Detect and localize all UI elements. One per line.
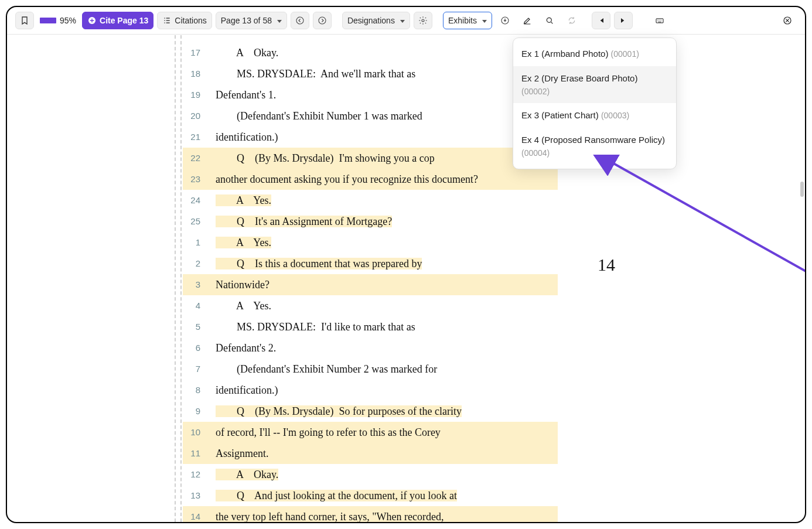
transcript-line[interactable]: 1 A Yes. [183, 232, 558, 253]
exhibit-option[interactable]: Ex 1 (Armband Photo) (00001) [513, 42, 676, 66]
line-text: (Defendant's Exhibit Number 2 was marked… [210, 359, 558, 380]
transcript-line[interactable]: 6Defendant's 2. [183, 337, 558, 359]
transcript-line[interactable]: 22 Q (By Ms. Drysdale) I'm showing you a… [183, 148, 558, 169]
search-button[interactable] [540, 12, 559, 29]
transcript-line[interactable]: 4 A Yes. [183, 295, 558, 316]
line-text: the very top left hand corner, it says, … [210, 506, 558, 522]
transcript-line[interactable]: 25 Q It's an Assignment of Mortgage? [183, 211, 558, 232]
search-icon [545, 16, 554, 25]
exhibit-option[interactable]: Ex 4 (Proposed Ransomware Policy) (00004… [513, 128, 676, 165]
designations-label: Designations [347, 16, 395, 25]
line-number: 24 [183, 190, 210, 211]
toolbar: 95% Cite Page 13 Citations Page 13 of 58… [7, 7, 805, 35]
edit-button[interactable] [518, 12, 537, 29]
line-number: 22 [183, 148, 210, 169]
list-icon [162, 16, 172, 25]
svg-point-2 [319, 17, 326, 24]
refresh-icon [567, 16, 576, 25]
refresh-button[interactable] [562, 12, 581, 29]
line-number: 14 [183, 506, 210, 522]
transcript-line[interactable]: 12 A Okay. [183, 464, 558, 485]
exhibits-dropdown: Ex 1 (Armband Photo) (00001)Ex 2 (Dry Er… [513, 37, 677, 169]
line-text: A Yes. [210, 232, 558, 253]
line-text: Q (By Ms. Drysdale) I'm showing you a co… [210, 148, 558, 169]
transcript-line[interactable]: 24 A Yes. [183, 190, 558, 211]
transcript-line[interactable]: 18 MS. DRYSDALE: And we'll mark that as [183, 63, 558, 84]
download-icon [500, 16, 510, 25]
transcript-line[interactable]: 9 Q (By Ms. Drysdale) So for purposes of… [183, 401, 558, 422]
transcript-line[interactable]: 7 (Defendant's Exhibit Number 2 was mark… [183, 359, 558, 380]
line-number: 2 [183, 253, 210, 274]
transcript-line[interactable]: 5 MS. DRYSDALE: I'd like to mark that as [183, 316, 558, 337]
line-number: 11 [183, 443, 210, 464]
transcript-line[interactable]: 20 (Defendant's Exhibit Number 1 was mar… [183, 105, 558, 127]
transcript-line[interactable]: 11Assignment. [183, 443, 558, 464]
transcript-line[interactable]: 3Nationwide? [183, 274, 558, 295]
line-number: 19 [183, 84, 210, 105]
exhibit-option[interactable]: Ex 2 (Dry Erase Board Photo) (00002) [513, 66, 676, 104]
line-text: identification.) [210, 380, 558, 401]
exhibit-option-label: Ex 2 (Dry Erase Board Photo) [521, 73, 637, 83]
line-number: 21 [183, 127, 210, 148]
line-text: MS. DRYSDALE: And we'll mark that as [210, 63, 558, 84]
line-number: 5 [183, 316, 210, 337]
page-selector[interactable]: Page 13 of 58 [216, 12, 287, 29]
last-page-button[interactable] [614, 12, 633, 29]
citations-label: Citations [175, 16, 206, 25]
transcript-line[interactable]: 17 A Okay. [183, 42, 558, 63]
first-page-button[interactable] [592, 12, 610, 29]
exhibit-option-code: (00003) [601, 111, 629, 120]
transcript-line[interactable]: 8identification.) [183, 380, 558, 401]
line-number: 18 [183, 63, 210, 84]
next-cite-button[interactable] [313, 12, 332, 29]
line-text: Defendant's 2. [210, 337, 558, 359]
prev-cite-button[interactable] [291, 12, 309, 29]
line-number: 10 [183, 422, 210, 443]
exhibit-option[interactable]: Ex 3 (Patient Chart) (00003) [513, 103, 676, 128]
transcript-line[interactable]: 14the very top left hand corner, it says… [183, 506, 558, 522]
keyboard-button[interactable] [650, 12, 669, 29]
line-text: Q And just looking at the document, if y… [210, 485, 558, 506]
scrollbar-thumb[interactable] [800, 182, 804, 197]
svg-point-1 [296, 17, 303, 24]
bookmark-icon [20, 16, 29, 25]
line-text: Q Is this a document that was prepared b… [210, 253, 558, 274]
cite-page-button[interactable]: Cite Page 13 [82, 12, 153, 29]
close-circle-icon [783, 16, 792, 25]
line-number: 1 [183, 232, 210, 253]
citations-button[interactable]: Citations [157, 12, 211, 29]
gear-icon [418, 16, 428, 25]
bookmark-button[interactable] [15, 12, 34, 29]
chevron-down-icon [480, 16, 487, 25]
transcript-line[interactable]: 13 Q And just looking at the document, i… [183, 485, 558, 506]
line-number: 4 [183, 295, 210, 316]
designations-button[interactable]: Designations [342, 12, 410, 29]
exhibits-button[interactable]: Exhibits [443, 12, 492, 29]
line-number: 7 [183, 359, 210, 380]
line-number: 13 [183, 485, 210, 506]
exhibit-option-label: Ex 3 (Patient Chart) [521, 110, 601, 120]
download-button[interactable] [496, 12, 514, 29]
line-text: Defendant's 1. [210, 84, 558, 105]
transcript-line[interactable]: 2 Q Is this a document that was prepared… [183, 253, 558, 274]
line-number: 23 [183, 169, 210, 190]
plus-circle-icon [87, 16, 97, 25]
line-text: Assignment. [210, 443, 558, 464]
line-text: A Yes. [210, 190, 558, 211]
settings-button[interactable] [414, 12, 432, 29]
line-text: (Defendant's Exhibit Number 1 was marked [210, 105, 558, 127]
exhibit-option-label: Ex 4 (Proposed Ransomware Policy) [521, 135, 665, 145]
close-button[interactable] [778, 12, 797, 29]
line-text: A Yes. [210, 295, 558, 316]
transcript-line[interactable]: 23another document asking you if you rec… [183, 169, 558, 190]
arrow-left-circle-icon [295, 16, 305, 25]
transcript-line[interactable]: 21identification.) [183, 127, 558, 148]
pencil-icon [523, 16, 532, 25]
svg-point-5 [547, 18, 551, 22]
line-number: 20 [183, 105, 210, 127]
page-label: Page 13 of 58 [221, 16, 272, 25]
progress-percent: 95% [60, 16, 76, 25]
transcript-line[interactable]: 19Defendant's 1. [183, 84, 558, 105]
transcript-line[interactable]: 10of record, I'll -- I'm going to refer … [183, 422, 558, 443]
line-text: A Okay. [210, 464, 558, 485]
